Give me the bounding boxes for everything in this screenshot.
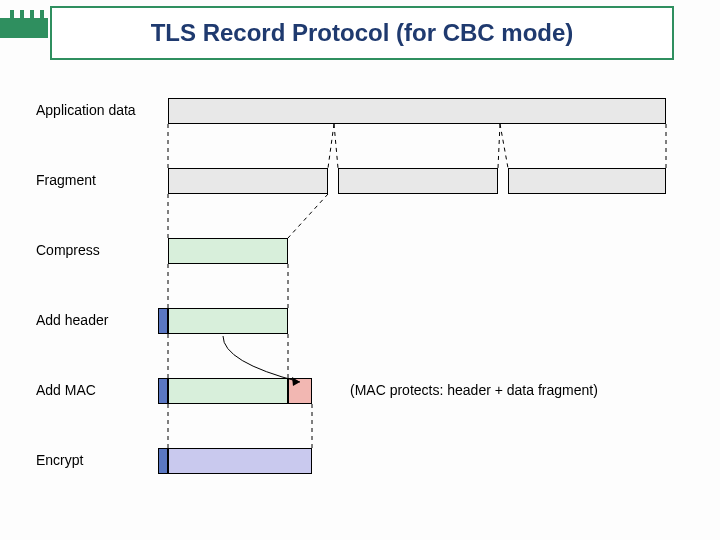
title-tick <box>10 10 14 22</box>
svg-line-3 <box>498 124 500 168</box>
diagram-stage: Application data Fragment Compress Add h… <box>0 80 720 520</box>
block-ciphertext <box>168 448 312 474</box>
block-compress-copy <box>168 308 288 334</box>
block-fragment-1 <box>168 168 328 194</box>
row-label: Fragment <box>36 172 96 188</box>
row-compress: Compress <box>0 238 720 268</box>
svg-line-7 <box>288 194 328 238</box>
title-tick <box>30 10 34 22</box>
note-mac-protects: (MAC protects: header + data fragment) <box>350 382 598 398</box>
block-mac <box>288 378 312 404</box>
row-add-header: Add header <box>0 308 720 338</box>
block-header <box>158 308 168 334</box>
svg-line-2 <box>334 124 338 168</box>
row-label: Compress <box>36 242 100 258</box>
block-fragment-3 <box>508 168 666 194</box>
title-bar: TLS Record Protocol (for CBC mode) <box>0 6 720 60</box>
row-encrypt: Encrypt <box>0 448 720 478</box>
block-header-copy <box>158 448 168 474</box>
page-title: TLS Record Protocol (for CBC mode) <box>50 6 674 60</box>
svg-line-1 <box>328 124 334 168</box>
title-tick <box>20 10 24 22</box>
row-label: Add header <box>36 312 108 328</box>
row-label: Encrypt <box>36 452 83 468</box>
block-appdata <box>168 98 666 124</box>
svg-line-4 <box>500 124 508 168</box>
row-label: Application data <box>36 102 136 118</box>
block-compress <box>168 238 288 264</box>
block-header-copy <box>158 378 168 404</box>
row-fragment: Fragment <box>0 168 720 198</box>
page-title-text: TLS Record Protocol (for CBC mode) <box>151 19 574 47</box>
block-compress-copy <box>168 378 288 404</box>
block-fragment-2 <box>338 168 498 194</box>
title-tick <box>40 10 44 22</box>
row-application-data: Application data <box>0 98 720 128</box>
row-label: Add MAC <box>36 382 96 398</box>
